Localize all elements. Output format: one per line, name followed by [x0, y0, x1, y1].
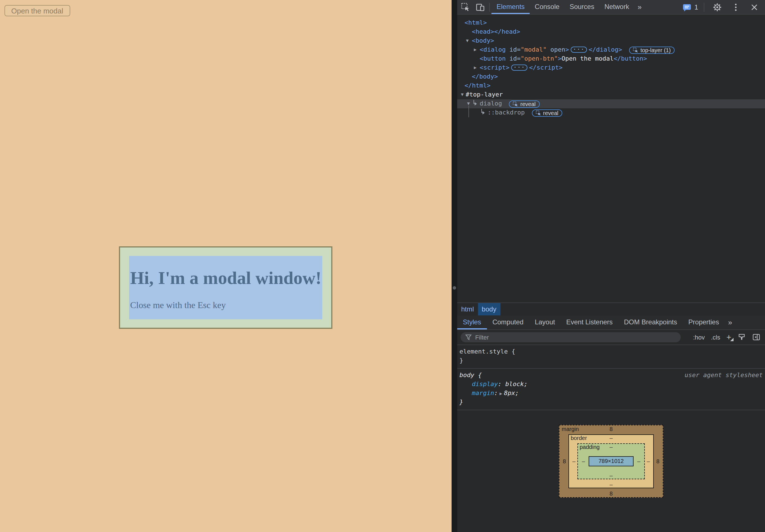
new-style-rule-icon[interactable]: +	[726, 335, 731, 340]
brace: }	[459, 399, 463, 406]
sidebar-tabs: Styles Computed Layout Event Listeners D…	[457, 315, 765, 330]
tag-token: </body>	[472, 73, 498, 80]
top-layer-badge[interactable]: top-layer (1)	[629, 47, 675, 54]
issues-counter[interactable]: 1	[683, 3, 698, 12]
tree-node-head[interactable]: <head></head>	[457, 28, 765, 37]
expand-arrow-icon[interactable]: ▼	[464, 37, 470, 46]
top-layer-dialog-label: dialog	[480, 100, 502, 107]
tag-token: <html>	[464, 19, 487, 26]
tag-token: </script>	[529, 64, 562, 71]
body-rule-section[interactable]: user agent stylesheet body { display: bl…	[457, 369, 765, 410]
tab-computed[interactable]: Computed	[487, 315, 529, 329]
tree-node-body-close[interactable]: </body>	[457, 72, 765, 81]
inspect-element-icon[interactable]	[458, 0, 473, 14]
toggle-class-button[interactable]: .cls	[711, 334, 720, 341]
tab-console[interactable]: Console	[530, 0, 564, 14]
devtools-resize-splitter[interactable]	[451, 0, 457, 532]
devtools-toolbar: Elements Console Sources Network » 1	[457, 0, 765, 15]
tab-sources[interactable]: Sources	[564, 0, 599, 14]
tag-token: <button	[480, 55, 506, 62]
collapsed-arrow-icon[interactable]: ▶	[472, 46, 478, 55]
filter-funnel-icon	[465, 334, 472, 341]
tag-token: >	[565, 46, 569, 53]
box-model-content[interactable]: 789×1012	[589, 456, 634, 466]
modal-content-highlight: Hi, I'm a modal window! Close me with th…	[129, 256, 323, 319]
styles-filter-row: Filter :hov .cls +	[457, 330, 765, 345]
tab-event-listeners[interactable]: Event Listeners	[560, 315, 618, 329]
margin-label: margin	[562, 426, 579, 432]
tab-layout[interactable]: Layout	[529, 315, 560, 329]
reveal-badge[interactable]: reveal	[509, 101, 540, 108]
issues-icon	[683, 3, 692, 12]
tab-dom-breakpoints[interactable]: DOM Breakpoints	[618, 315, 683, 329]
modal-body-text: Close me with the Esc key	[130, 300, 322, 310]
tree-node-button[interactable]: <button id="open-btn">Open the modal</bu…	[457, 55, 765, 63]
tag-token: <dialog	[480, 46, 506, 53]
border-top-value: –	[609, 435, 612, 441]
element-style-section[interactable]: element.style { }	[457, 345, 765, 369]
tree-node-dialog[interactable]: ▶ <dialog id="modal" open>···</dialog> t…	[457, 46, 765, 55]
tree-node-backdrop[interactable]: ::backdrop reveal	[457, 108, 765, 117]
tab-elements[interactable]: Elements	[491, 0, 530, 14]
toggle-hover-state-button[interactable]: :hov	[693, 334, 705, 341]
tag-token: <body>	[472, 37, 494, 44]
tree-node-top-layer[interactable]: ▼ #top-layer	[457, 90, 765, 99]
css-property-display[interactable]: display: block;	[459, 380, 763, 389]
expand-inline-icon[interactable]: ···	[511, 65, 527, 71]
mini-inspect-icon	[513, 102, 518, 107]
tag-token: <head>	[472, 28, 494, 35]
tag-token: </html>	[464, 82, 491, 89]
expand-arrow-icon[interactable]: ▼	[459, 90, 465, 99]
reveal-badge[interactable]: reveal	[532, 110, 562, 117]
rendering-emulation-icon[interactable]	[737, 333, 746, 342]
splitter-handle-icon[interactable]	[453, 286, 456, 290]
tree-node-body-open[interactable]: ▼ <body>	[457, 37, 765, 46]
breadcrumb: html body	[457, 303, 765, 315]
more-tabs-icon[interactable]: »	[725, 318, 735, 327]
tree-node-top-layer-dialog[interactable]: ▼ dialog reveal	[457, 99, 765, 108]
collapsed-arrow-icon[interactable]: ▶	[472, 63, 478, 72]
modal-heading: Hi, I'm a modal window!	[130, 268, 322, 288]
attr-value-token: "modal"	[521, 46, 547, 53]
text-node-token: Open the modal	[561, 55, 613, 62]
equals-token: =	[517, 46, 520, 53]
filter-input[interactable]: Filter	[460, 332, 681, 342]
breadcrumb-html[interactable]: html	[457, 303, 478, 315]
dock-sidebar-icon[interactable]	[752, 333, 761, 342]
property-value: : block;	[498, 381, 528, 388]
tag-token: </head>	[494, 28, 520, 35]
css-property-margin[interactable]: margin:▶8px;	[459, 389, 763, 398]
mini-inspect-icon	[633, 48, 638, 53]
expand-inline-icon[interactable]: ···	[571, 47, 587, 53]
settings-gear-icon[interactable]	[710, 0, 725, 14]
padding-right-value: –	[637, 458, 640, 464]
more-tabs-icon[interactable]: »	[634, 3, 645, 11]
tab-properties[interactable]: Properties	[683, 315, 725, 329]
expand-shorthand-icon[interactable]: ▶	[498, 391, 504, 396]
property-name: display	[472, 381, 498, 388]
property-value: 8px;	[504, 390, 519, 397]
badge-label: top-layer (1)	[641, 47, 671, 53]
modal-dialog: Hi, I'm a modal window! Close me with th…	[119, 246, 333, 329]
border-left-value: –	[572, 458, 575, 464]
tab-network[interactable]: Network	[599, 0, 634, 14]
border-right-value: –	[647, 458, 650, 464]
tag-token: </button>	[614, 55, 647, 62]
mini-inspect-icon	[536, 111, 541, 116]
padding-left-value: –	[582, 458, 585, 464]
screen: Open the modal Hi, I'm a modal window! C…	[0, 0, 765, 532]
top-layer-label: #top-layer	[465, 91, 503, 98]
tag-token: </dialog>	[589, 46, 622, 53]
open-modal-button[interactable]: Open the modal	[4, 5, 70, 16]
tree-node-script[interactable]: ▶ <script>···</script>	[457, 63, 765, 72]
tree-node-html-close[interactable]: </html>	[457, 81, 765, 90]
breadcrumb-body[interactable]: body	[478, 303, 500, 315]
styles-pane: element.style { } user agent stylesheet …	[457, 345, 765, 532]
badge-label: reveal	[543, 110, 558, 116]
link-hook-icon	[472, 100, 477, 106]
close-devtools-icon[interactable]	[747, 0, 762, 14]
tab-styles[interactable]: Styles	[457, 315, 487, 329]
device-toolbar-icon[interactable]	[473, 0, 487, 14]
kebab-menu-icon[interactable]	[728, 0, 743, 14]
tree-node-html-open[interactable]: <html>	[457, 19, 765, 28]
